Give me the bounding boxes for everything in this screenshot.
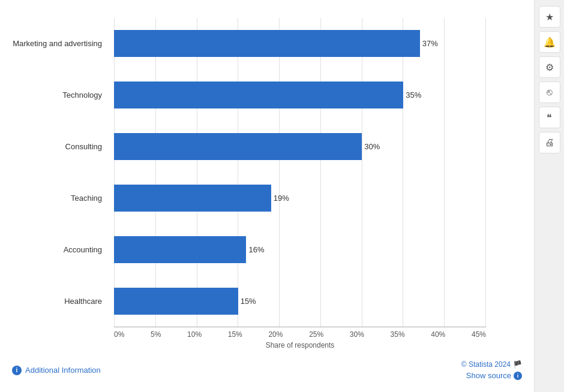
bar-row: Accounting16% bbox=[114, 236, 486, 263]
show-source-label: Show source bbox=[466, 371, 511, 380]
bar-fill: 30% bbox=[114, 133, 362, 160]
bar-fill: 15% bbox=[114, 288, 238, 315]
bar-track: 37% bbox=[114, 30, 486, 57]
x-tick: 35% bbox=[391, 330, 405, 339]
bar-value-label: 19% bbox=[274, 194, 289, 203]
x-tick: 20% bbox=[268, 330, 283, 339]
footer-right: © Statista 2024 🏴 Show source i bbox=[461, 360, 522, 380]
star-icon[interactable]: ★ bbox=[539, 6, 560, 28]
bar-fill: 37% bbox=[114, 30, 420, 57]
bar-fill: 19% bbox=[114, 185, 271, 212]
bar-row: Teaching19% bbox=[114, 185, 486, 212]
bell-icon[interactable]: 🔔 bbox=[539, 31, 560, 53]
bar-label: Technology bbox=[12, 91, 108, 99]
main-content: Marketing and advertising37%Technology35… bbox=[0, 0, 534, 392]
grid-line bbox=[362, 18, 362, 327]
bar-value-label: 35% bbox=[406, 91, 421, 99]
x-tick: 5% bbox=[151, 330, 161, 339]
info-icon: i bbox=[12, 366, 22, 375]
x-tick: 40% bbox=[431, 330, 445, 339]
bar-fill: 35% bbox=[114, 82, 403, 108]
source-info-icon: i bbox=[514, 372, 522, 380]
bar-track: 15% bbox=[114, 288, 486, 315]
x-tick: 45% bbox=[472, 330, 486, 339]
bar-track: 16% bbox=[114, 236, 486, 263]
sidebar: ★🔔⚙⎋❝🖨 bbox=[534, 0, 564, 392]
x-tick: 15% bbox=[228, 330, 242, 339]
additional-info-label: Additional Information bbox=[25, 366, 101, 375]
flag-icon: 🏴 bbox=[513, 360, 522, 369]
x-tick: 10% bbox=[187, 330, 202, 339]
additional-info-button[interactable]: i Additional Information bbox=[12, 366, 101, 375]
bar-row: Technology35% bbox=[114, 82, 486, 108]
bar-label: Accounting bbox=[12, 245, 108, 254]
bar-track: 35% bbox=[114, 82, 486, 108]
bar-track: 19% bbox=[114, 185, 486, 212]
gear-icon[interactable]: ⚙ bbox=[539, 56, 560, 78]
bar-row: Marketing and advertising37% bbox=[114, 30, 486, 57]
vertical-axis-line bbox=[114, 18, 115, 327]
grid-line bbox=[320, 18, 321, 327]
bar-label: Healthcare bbox=[12, 297, 108, 306]
bar-fill: 16% bbox=[114, 236, 246, 263]
x-tick: 25% bbox=[309, 330, 323, 339]
x-tick: 0% bbox=[114, 330, 124, 339]
grid-line bbox=[485, 18, 486, 327]
grid-line bbox=[238, 18, 238, 327]
bar-value-label: 30% bbox=[364, 142, 380, 151]
bar-value-label: 37% bbox=[422, 39, 438, 48]
bar-value-label: 15% bbox=[241, 297, 256, 306]
bar-label: Marketing and advertising bbox=[12, 39, 108, 48]
bar-row: Healthcare15% bbox=[114, 288, 486, 315]
grid-line bbox=[155, 18, 156, 327]
quote-icon[interactable]: ❝ bbox=[539, 107, 560, 128]
chart-area: Marketing and advertising37%Technology35… bbox=[12, 12, 522, 349]
print-icon[interactable]: 🖨 bbox=[539, 132, 560, 153]
grid-line bbox=[197, 18, 197, 327]
share-icon[interactable]: ⎋ bbox=[539, 82, 560, 103]
bar-label: Consulting bbox=[12, 142, 108, 151]
x-tick: 30% bbox=[350, 330, 364, 339]
grid-line bbox=[444, 18, 445, 327]
bar-value-label: 16% bbox=[248, 245, 264, 254]
footer: i Additional Information © Statista 2024… bbox=[12, 354, 522, 380]
bars-container: Marketing and advertising37%Technology35… bbox=[12, 18, 522, 327]
grid-lines bbox=[114, 18, 486, 327]
statista-credit: © Statista 2024 🏴 bbox=[461, 360, 522, 369]
bar-label: Teaching bbox=[12, 194, 108, 203]
grid-line bbox=[403, 18, 403, 327]
bar-row: Consulting30% bbox=[114, 133, 486, 160]
bar-track: 30% bbox=[114, 133, 486, 160]
x-axis: 0%5%10%15%20%25%30%35%40%45% bbox=[114, 327, 486, 339]
x-axis-label: Share of respondents bbox=[114, 341, 486, 349]
grid-line bbox=[279, 18, 280, 327]
show-source-button[interactable]: Show source i bbox=[466, 371, 522, 380]
